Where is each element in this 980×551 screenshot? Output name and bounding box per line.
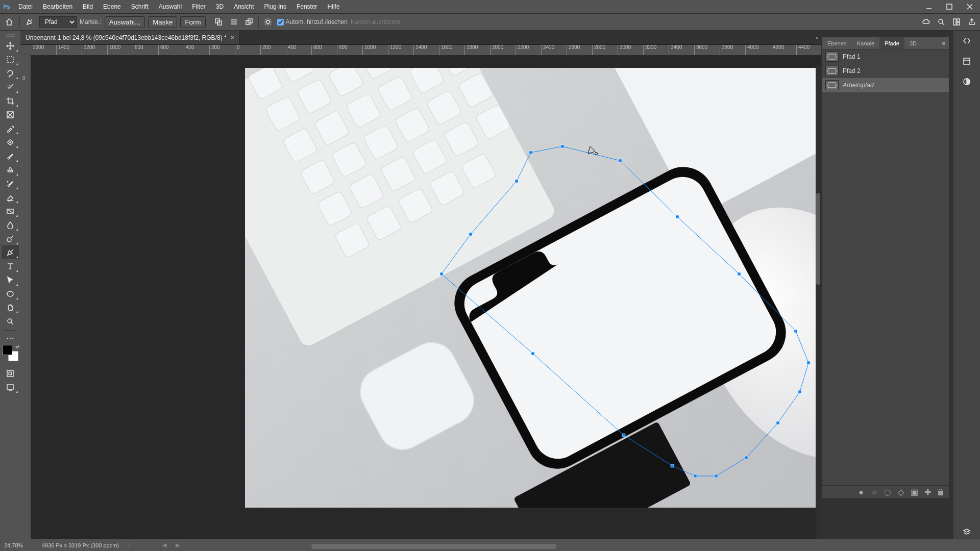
- fill-path-button[interactable]: ●: [857, 488, 865, 496]
- window-minimize-button[interactable]: [919, 0, 939, 13]
- menu-3d[interactable]: 3D: [211, 0, 229, 13]
- move-tool[interactable]: [2, 39, 19, 53]
- hand-tool[interactable]: [2, 300, 19, 314]
- foreground-color-swatch[interactable]: [2, 345, 12, 355]
- path-anchor-point[interactable]: [469, 233, 472, 236]
- path-row[interactable]: Pfad 2: [822, 64, 949, 78]
- workspace-switcher-button[interactable]: [950, 16, 963, 28]
- scrollbar-thumb[interactable]: [311, 544, 556, 549]
- dock-expand-button[interactable]: [960, 34, 974, 48]
- eyedropper-tool[interactable]: [2, 121, 19, 135]
- path-to-selection-button[interactable]: ◌: [884, 488, 892, 496]
- edit-toolbar-button[interactable]: ⋯: [2, 333, 19, 343]
- timeline-next-button[interactable]: ▶: [175, 542, 181, 548]
- path-anchor-point[interactable]: [776, 421, 779, 424]
- fg-bg-color-swatch[interactable]: ⇄: [2, 345, 18, 361]
- path-alignment-button[interactable]: [228, 16, 240, 28]
- menu-datei[interactable]: Datei: [13, 0, 38, 13]
- path-anchor-point[interactable]: [619, 159, 622, 162]
- search-button[interactable]: [935, 16, 947, 28]
- add-mask-button[interactable]: ▣: [910, 488, 918, 496]
- path-anchor-point[interactable]: [676, 215, 679, 218]
- auswahl-button[interactable]: Auswahl...: [105, 16, 145, 28]
- zoom-tool[interactable]: [2, 314, 19, 328]
- lasso-tool[interactable]: [2, 66, 19, 80]
- quickmask-button[interactable]: [2, 366, 19, 380]
- path-anchor-point[interactable]: [807, 361, 810, 364]
- menu-plugins[interactable]: Plug-ins: [259, 0, 291, 13]
- menu-filter[interactable]: Filter: [187, 0, 211, 13]
- marquee-tool[interactable]: [2, 53, 19, 66]
- shape-tool[interactable]: [2, 287, 19, 300]
- dodge-tool[interactable]: [2, 232, 19, 245]
- canvas-horizontal-scrollbar[interactable]: [311, 544, 556, 549]
- path-anchor-point[interactable]: [694, 474, 697, 478]
- menu-auswahl[interactable]: Auswahl: [154, 0, 187, 13]
- menu-bearbeiten[interactable]: Bearbeiten: [38, 0, 78, 13]
- path-anchor-point[interactable]: [798, 390, 801, 393]
- zoom-level[interactable]: 24,78%: [4, 542, 35, 548]
- panel-empty-area[interactable]: [822, 92, 949, 485]
- canvas-vertical-scrollbar[interactable]: [816, 65, 821, 539]
- document-tab-close-button[interactable]: ×: [231, 34, 234, 41]
- document-canvas[interactable]: [245, 68, 817, 508]
- swap-colors-icon[interactable]: ⇄: [15, 344, 19, 349]
- menu-fenster[interactable]: Fenster: [291, 0, 323, 13]
- panel-tab-3d[interactable]: 3D: [904, 37, 922, 49]
- tab-overflow-button[interactable]: »: [815, 31, 821, 44]
- info-flyout-button[interactable]: 〉: [126, 541, 134, 549]
- selection-to-path-button[interactable]: ◇: [897, 488, 905, 496]
- path-anchor-point[interactable]: [440, 272, 443, 276]
- share-button[interactable]: [966, 16, 978, 28]
- menu-hilfe[interactable]: Hilfe: [323, 0, 345, 13]
- crop-tool[interactable]: [2, 94, 19, 108]
- stroke-path-button[interactable]: ○: [870, 488, 878, 496]
- form-button[interactable]: Form: [180, 16, 205, 28]
- path-arrangement-button[interactable]: [243, 16, 255, 28]
- scrollbar-thumb[interactable]: [816, 193, 820, 285]
- panel-tab-ebenen[interactable]: Ebenen: [822, 37, 852, 49]
- auto-add-delete-checkbox[interactable]: Autom. hinzuf./löschen: [277, 18, 348, 26]
- tool-mode-select[interactable]: Pfad: [39, 16, 77, 28]
- path-options-gear-button[interactable]: [262, 16, 274, 28]
- menu-schrift[interactable]: Schrift: [126, 0, 154, 13]
- adjustments-panel-icon[interactable]: [960, 74, 974, 89]
- path-anchor-point[interactable]: [531, 352, 534, 355]
- path-anchor-point[interactable]: [738, 272, 741, 276]
- clone-stamp-tool[interactable]: [2, 163, 19, 177]
- layers-panel-icon[interactable]: [960, 524, 974, 539]
- cloud-docs-button[interactable]: [920, 16, 932, 28]
- horizontal-ruler[interactable]: 1600140012001000800600400200020040060080…: [31, 45, 821, 55]
- document-info[interactable]: 4936 Px x 3319 Px (300 ppcm): [42, 542, 119, 548]
- path-anchor-point[interactable]: [515, 180, 518, 183]
- path-anchor-point[interactable]: [671, 464, 674, 467]
- screenmode-button[interactable]: [2, 380, 19, 394]
- home-button[interactable]: [2, 15, 16, 29]
- panel-menu-button[interactable]: ≡: [939, 37, 949, 49]
- magic-wand-tool[interactable]: [2, 80, 19, 94]
- healing-brush-tool[interactable]: [2, 135, 19, 149]
- eraser-tool[interactable]: [2, 190, 19, 204]
- menu-bild[interactable]: Bild: [78, 0, 98, 13]
- delete-path-button[interactable]: 🗑: [937, 488, 945, 496]
- panel-tab-pfade[interactable]: Pfade: [879, 37, 904, 49]
- path-operations-button[interactable]: [212, 16, 225, 28]
- path-row[interactable]: Arbeitspfad: [822, 78, 949, 92]
- type-tool[interactable]: [2, 259, 19, 273]
- path-anchor-point[interactable]: [794, 330, 797, 333]
- frame-tool[interactable]: [2, 108, 19, 121]
- history-brush-tool[interactable]: [2, 177, 19, 190]
- gradient-tool[interactable]: [2, 204, 19, 218]
- pen-tool[interactable]: [2, 245, 19, 259]
- path-anchor-point[interactable]: [622, 434, 625, 437]
- window-close-button[interactable]: [960, 0, 980, 13]
- current-tool-icon[interactable]: [23, 15, 36, 29]
- properties-panel-icon[interactable]: [960, 54, 974, 68]
- maske-button[interactable]: Maske: [148, 16, 177, 28]
- toolbox-grip[interactable]: [2, 33, 19, 39]
- path-anchor-point[interactable]: [561, 145, 564, 148]
- window-maximize-button[interactable]: [939, 0, 960, 13]
- path-anchor-point[interactable]: [715, 474, 718, 478]
- brush-tool[interactable]: [2, 149, 19, 163]
- ruler-origin-corner[interactable]: [20, 45, 31, 55]
